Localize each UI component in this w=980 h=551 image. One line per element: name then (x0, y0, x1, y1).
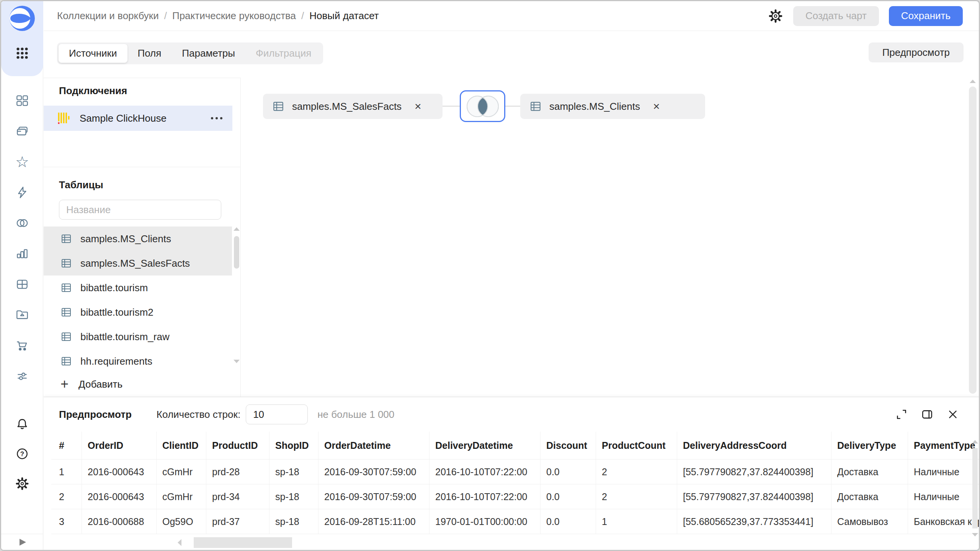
sidebar-item-charts[interactable] (14, 245, 31, 262)
plus-icon: + (60, 377, 69, 391)
table-item[interactable]: bibattle.tourism_raw (44, 324, 232, 349)
remove-table-icon[interactable]: × (653, 101, 660, 112)
scrollbar-thumb[interactable] (234, 236, 239, 269)
top-bar: Коллекции и воркбуки / Практические руко… (44, 1, 979, 31)
cell: 2016-10-10T07:22:00 (430, 460, 541, 484)
rows-count-input[interactable] (246, 404, 308, 424)
table-name: hh.requirements (80, 355, 152, 367)
sidebar-item-dashboards-grid[interactable] (14, 276, 31, 293)
tables-scrollbar-down[interactable] (234, 360, 240, 363)
sidebar-brand-area (1, 1, 43, 76)
table-item[interactable]: bibattle.tourism2 (44, 300, 232, 324)
cell: Наличные (908, 460, 979, 484)
preview-split-view-button[interactable] (921, 408, 933, 421)
scroll-down-icon[interactable] (234, 360, 240, 363)
preview-table: # OrderID ClientID ProductID ShopID Orde… (51, 432, 979, 534)
clickhouse-logo-icon (57, 111, 71, 125)
table-grid-icon (15, 277, 29, 292)
bell-icon (15, 417, 29, 431)
join-canvas[interactable]: samples.MS_SalesFacts × samples (241, 78, 979, 397)
table-name: samples.MS_Clients (80, 233, 171, 245)
tab-fields[interactable]: Поля (127, 44, 172, 63)
scrollbar-thumb[interactable] (194, 537, 292, 548)
breadcrumb-workbook[interactable]: Практические руководства (172, 10, 296, 22)
sidebar-item-dashboards[interactable] (14, 92, 31, 109)
sidebar-item-datasets[interactable] (14, 215, 31, 231)
table-item[interactable]: bibattle.tourism (44, 276, 232, 300)
cell: 0.0 (541, 460, 596, 484)
table-icon (60, 233, 72, 245)
cell: 3 (51, 509, 82, 534)
table-search-input[interactable] (59, 200, 221, 220)
preview-actions (895, 408, 959, 421)
connection-item-sample-clickhouse[interactable]: Sample ClickHouse (44, 106, 232, 131)
cell: Доставка (831, 484, 908, 509)
settings-button[interactable] (14, 475, 31, 492)
join-type-button[interactable] (460, 90, 505, 122)
sidebar-item-storage[interactable] (14, 306, 31, 323)
cell: [55.797790827,37.824400398] (677, 460, 831, 484)
scroll-left-icon[interactable] (178, 539, 181, 546)
scrollbar-thumb[interactable] (972, 448, 978, 528)
table-name: samples.MS_SalesFacts (80, 258, 190, 269)
scroll-up-icon[interactable] (970, 80, 976, 83)
cell: Самовывоз (831, 509, 908, 534)
preview-toggle-button[interactable]: Предпросмотр (869, 42, 964, 62)
main-scrollbar[interactable] (969, 80, 977, 394)
tab-parameters[interactable]: Параметры (172, 44, 245, 63)
dataset-settings-button[interactable] (768, 8, 783, 24)
cell: [55.680565239,37.773353441] (677, 509, 831, 534)
save-button[interactable]: Сохранить (889, 6, 963, 26)
tables-scrollbar[interactable] (234, 227, 240, 269)
column-header: ProductCount (596, 432, 677, 459)
sidebar-item-service-settings[interactable] (14, 368, 31, 385)
question-icon: ? (15, 447, 29, 461)
rows-limit-hint: не больше 1 000 (317, 409, 394, 421)
canvas-node-salesfacts[interactable]: samples.MS_SalesFacts × (263, 94, 443, 119)
cell: 2016-000643 (82, 460, 157, 484)
sidebar-item-collections[interactable] (14, 123, 31, 140)
breadcrumb-collections[interactable]: Коллекции и воркбуки (57, 10, 159, 22)
cell: Og59O (157, 509, 206, 534)
sidebar-item-connections[interactable] (14, 184, 31, 201)
tab-filtering[interactable]: Фильтрация (245, 44, 322, 63)
preview-horizontal-scrollbar[interactable] (178, 537, 292, 548)
add-table-button[interactable]: + Добавить (44, 373, 122, 395)
scrollbar-thumb[interactable] (969, 86, 977, 394)
canvas-node-clients[interactable]: samples.MS_Clients × (520, 94, 705, 119)
cell: 1970-01-01T00:00:00 (430, 509, 541, 534)
breadcrumb-separator: / (164, 10, 167, 22)
table-icon (60, 306, 72, 318)
create-chart-button[interactable]: Создать чарт (793, 6, 879, 26)
apps-grid-icon[interactable] (14, 45, 31, 62)
sidebar-expand-button[interactable] (1, 534, 43, 550)
preview-close-button[interactable] (947, 408, 959, 421)
preview-vertical-scrollbar[interactable] (972, 440, 978, 536)
cell: Наличные (908, 484, 979, 509)
scroll-up-icon[interactable] (234, 227, 240, 231)
add-table-label: Добавить (78, 378, 122, 390)
sidebar-item-favorites[interactable]: ☆ (14, 153, 31, 170)
remove-table-icon[interactable]: × (415, 101, 421, 112)
cell: 2 (596, 460, 677, 484)
table-item[interactable]: samples.MS_Clients (44, 227, 232, 251)
preview-table-body: 1 2016-000643 cGmHr prd-28 sp-18 2016-09… (51, 459, 979, 534)
column-header: # (51, 432, 82, 459)
datalens-logo-icon[interactable] (10, 6, 35, 31)
close-icon (947, 408, 959, 421)
notifications-button[interactable] (14, 416, 31, 432)
connection-menu-button[interactable] (211, 117, 222, 119)
help-button[interactable]: ? (14, 445, 31, 462)
column-header: DeliveryDatetime (430, 432, 541, 459)
scroll-down-icon[interactable] (972, 533, 978, 536)
tab-sources[interactable]: Источники (59, 44, 127, 63)
preview-maximize-button[interactable] (895, 408, 908, 421)
gear-icon (15, 476, 29, 491)
svg-text:?: ? (20, 450, 24, 458)
node-label: samples.MS_SalesFacts (292, 101, 402, 112)
scroll-up-icon[interactable] (972, 440, 978, 443)
table-item[interactable]: hh.requirements (44, 349, 232, 373)
sidebar-item-marketplace[interactable] (14, 337, 31, 354)
column-header: DeliveryAddressCoord (677, 432, 831, 459)
table-item[interactable]: samples.MS_SalesFacts (44, 251, 232, 276)
